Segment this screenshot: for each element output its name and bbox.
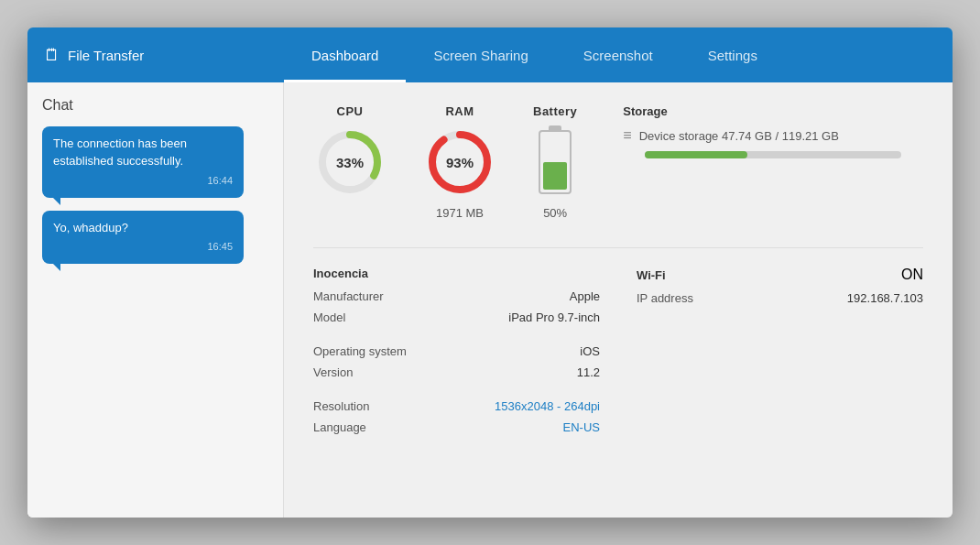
chat-message-1: The connection has been established succ… xyxy=(42,126,244,198)
dashboard-panel: CPU 33% RAM xyxy=(284,82,953,518)
tab-dashboard[interactable]: Dashboard xyxy=(284,27,406,82)
wifi-header-row: Wi-Fi ON xyxy=(637,267,923,288)
info-grid: Inocencia Manufacturer Apple Model iPad … xyxy=(313,267,923,438)
manufacturer-row: Manufacturer Apple xyxy=(313,286,600,307)
metrics-row: CPU 33% RAM xyxy=(313,104,923,220)
cpu-donut: 33% xyxy=(313,125,387,199)
tab-screen-sharing[interactable]: Screen Sharing xyxy=(406,27,555,82)
ram-sub-label: 1971 MB xyxy=(436,206,484,220)
chat-message-1-timestamp: 16:44 xyxy=(53,174,233,189)
app-title: File Transfer xyxy=(68,48,144,63)
resolution-val: 1536x2048 - 264dpi xyxy=(495,399,600,413)
battery-value: 50% xyxy=(543,206,567,220)
ip-key: IP address xyxy=(637,291,693,305)
header: 🗒 File Transfer Dashboard Screen Sharing… xyxy=(27,27,953,82)
storage-row: ≡ Device storage 47.74 GB / 119.21 GB xyxy=(623,127,923,144)
version-val: 11.2 xyxy=(577,365,600,379)
main-content: Chat The connection has been established… xyxy=(27,82,953,518)
resolution-row: Resolution 1536x2048 - 264dpi xyxy=(313,396,600,417)
device-info-column: Inocencia Manufacturer Apple Model iPad … xyxy=(313,267,600,438)
language-val: EN-US xyxy=(563,420,600,434)
manufacturer-key: Manufacturer xyxy=(313,289,384,303)
os-row: Operating system iOS xyxy=(313,341,600,362)
chat-message-1-text: The connection has been established succ… xyxy=(53,136,187,168)
chat-messages: The connection has been established succ… xyxy=(42,126,268,264)
battery-metric: Battery 50% xyxy=(533,104,577,220)
os-val: iOS xyxy=(580,344,600,358)
chat-title: Chat xyxy=(42,97,268,114)
tab-settings[interactable]: Settings xyxy=(681,27,785,82)
wifi-column: Wi-Fi ON IP address 192.168.7.103 xyxy=(637,267,923,438)
ram-metric: RAM 93% 1971 MB xyxy=(423,104,496,220)
sidebar: Chat The connection has been established… xyxy=(27,82,284,518)
cpu-value: 33% xyxy=(336,155,364,170)
chat-message-2: Yo, whaddup? 16:45 xyxy=(42,211,244,265)
cpu-metric: CPU 33% xyxy=(313,104,387,199)
version-key: Version xyxy=(313,365,353,379)
storage-db-icon: ≡ xyxy=(623,127,631,144)
chat-message-2-timestamp: 16:45 xyxy=(53,240,233,255)
storage-section: Storage ≡ Device storage 47.74 GB / 119.… xyxy=(623,104,923,158)
divider xyxy=(313,247,923,248)
app-window: 🗒 File Transfer Dashboard Screen Sharing… xyxy=(27,27,953,518)
language-row: Language EN-US xyxy=(313,417,600,438)
ram-donut: 93% xyxy=(423,125,496,199)
wifi-status: ON xyxy=(901,267,923,283)
model-row: Model iPad Pro 9.7-inch xyxy=(313,307,600,328)
chat-message-2-text: Yo, whaddup? xyxy=(53,221,128,234)
ip-val: 192.168.7.103 xyxy=(847,291,923,305)
file-transfer-icon: 🗒 xyxy=(44,46,60,65)
os-key: Operating system xyxy=(313,344,407,358)
model-val: iPad Pro 9.7-inch xyxy=(508,311,600,324)
tab-screenshot[interactable]: Screenshot xyxy=(556,27,681,82)
wifi-label: Wi-Fi xyxy=(637,268,666,282)
battery-icon xyxy=(539,130,572,194)
storage-text: Device storage 47.74 GB / 119.21 GB xyxy=(639,129,839,143)
storage-bar xyxy=(645,151,901,158)
device-section-title: Inocencia xyxy=(313,267,600,280)
ram-label: RAM xyxy=(445,104,474,118)
battery-label: Battery xyxy=(533,104,577,118)
logo-area: 🗒 File Transfer xyxy=(27,46,284,65)
version-row: Version 11.2 xyxy=(313,362,600,383)
battery-fill xyxy=(543,162,567,190)
storage-bar-fill xyxy=(645,151,747,158)
manufacturer-val: Apple xyxy=(570,289,600,303)
ip-row: IP address 192.168.7.103 xyxy=(637,288,923,309)
storage-title: Storage xyxy=(623,104,923,118)
ram-value: 93% xyxy=(446,155,474,170)
resolution-key: Resolution xyxy=(313,399,369,413)
cpu-label: CPU xyxy=(337,104,364,118)
language-key: Language xyxy=(313,420,366,434)
model-key: Model xyxy=(313,311,345,324)
nav-tabs: Dashboard Screen Sharing Screenshot Sett… xyxy=(284,27,953,82)
